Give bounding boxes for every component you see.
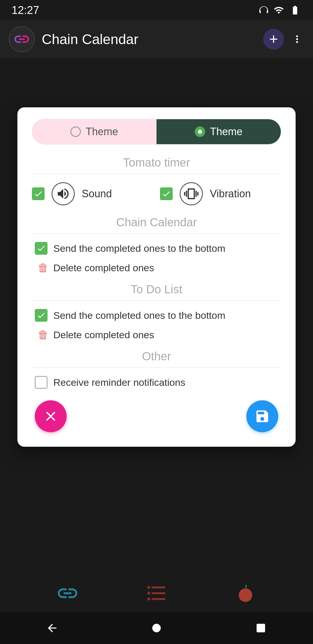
home-nav-button[interactable] <box>148 619 165 637</box>
add-icon <box>267 33 280 46</box>
vibration-icon <box>184 187 199 201</box>
vibration-label: Vibration <box>210 188 281 200</box>
app-title: Chain Calendar <box>42 31 256 47</box>
vibration-checkbox[interactable] <box>160 187 173 200</box>
app-bar: Chain Calendar <box>0 20 313 58</box>
chain-send-bottom-row: Send the completed ones to the bottom <box>32 242 281 255</box>
notifications-checkbox[interactable] <box>35 376 48 389</box>
recents-icon <box>254 622 267 634</box>
status-bar: 12:27 <box>0 0 313 20</box>
theme-toggle-row: Theme Theme <box>32 119 281 144</box>
chain-icon <box>56 582 79 605</box>
todo-send-bottom-row: Send the completed ones to the bottom <box>32 309 281 322</box>
headphone-icon <box>259 5 269 15</box>
back-icon <box>46 622 59 634</box>
nav-bar <box>0 612 313 644</box>
todo-delete-row[interactable]: 🗑 Delete completed ones <box>32 329 281 341</box>
notifications-row: Receive reminder notifications <box>32 376 281 389</box>
sound-label: Sound <box>82 188 153 200</box>
other-section: Other Receive reminder notifications <box>32 350 281 389</box>
other-divider <box>32 368 281 368</box>
checklist-icon <box>145 582 168 605</box>
chain-delete-icon: 🗑 <box>38 262 49 274</box>
theme-dark-label: Theme <box>210 126 242 138</box>
tomato-timer-divider <box>32 174 281 174</box>
chain-send-bottom-checkbox[interactable] <box>35 242 48 255</box>
todo-title: To Do List <box>32 283 281 296</box>
notifications-label: Receive reminder notifications <box>53 377 185 388</box>
todo-list-section: To Do List Send the completed ones to th… <box>32 283 281 341</box>
sound-vibration-row: Sound Vibration <box>32 182 281 205</box>
menu-button[interactable] <box>290 32 304 46</box>
save-button[interactable] <box>246 400 278 432</box>
todo-delete-label: Delete completed ones <box>53 329 154 341</box>
svg-point-0 <box>239 588 252 602</box>
checklist-bottom-icon[interactable] <box>143 580 170 606</box>
app-bar-actions <box>263 29 304 50</box>
add-button[interactable] <box>263 29 284 50</box>
tomato-timer-section: Tomato timer Sound Vibration <box>32 156 281 205</box>
cancel-icon <box>43 408 59 424</box>
cancel-button[interactable] <box>35 400 67 432</box>
dialog-buttons <box>32 400 281 432</box>
save-icon <box>254 408 270 424</box>
back-nav-button[interactable] <box>43 619 61 637</box>
home-icon <box>150 622 163 634</box>
recents-nav-button[interactable] <box>252 619 270 637</box>
settings-dialog: Theme Theme Tomato timer Sound Vibrat <box>17 107 296 447</box>
theme-light-label: Theme <box>85 126 118 138</box>
chain-bottom-icon[interactable] <box>54 580 81 606</box>
sound-checkbox[interactable] <box>32 187 45 200</box>
theme-light-radio[interactable] <box>70 126 81 137</box>
todo-divider <box>32 301 281 301</box>
chain-calendar-divider <box>32 234 281 234</box>
sound-icon-wrap <box>52 182 75 205</box>
chain-calendar-section: Chain Calendar Send the completed ones t… <box>32 216 281 274</box>
todo-send-bottom-checkbox[interactable] <box>35 309 48 322</box>
chain-calendar-title: Chain Calendar <box>32 216 281 229</box>
other-title: Other <box>32 350 281 363</box>
more-vert-icon <box>291 33 303 45</box>
vibration-icon-wrap <box>180 182 203 205</box>
theme-dark-radio[interactable] <box>195 126 205 137</box>
svg-rect-2 <box>256 624 265 632</box>
chain-logo-icon <box>13 30 30 48</box>
todo-delete-icon: 🗑 <box>38 329 49 341</box>
vibration-checkmark-icon <box>162 189 171 198</box>
sound-icon <box>56 187 70 201</box>
chain-send-bottom-label: Send the completed ones to the bottom <box>53 243 225 254</box>
tomato-bottom-icon[interactable] <box>232 580 259 606</box>
tomato-icon <box>234 582 257 605</box>
svg-point-1 <box>152 624 161 632</box>
battery-icon <box>289 5 301 15</box>
bottom-icons-area <box>0 580 313 606</box>
status-time: 12:27 <box>12 4 39 17</box>
status-icons <box>259 5 301 15</box>
todo-send-bottom-label: Send the completed ones to the bottom <box>53 310 225 321</box>
theme-light-option[interactable]: Theme <box>32 119 156 144</box>
chain-delete-label: Delete completed ones <box>53 262 154 274</box>
chain-checkmark-icon <box>37 244 46 253</box>
checkmark-icon <box>34 189 43 198</box>
chain-delete-row[interactable]: 🗑 Delete completed ones <box>32 262 281 274</box>
tomato-timer-title: Tomato timer <box>32 156 281 169</box>
signal-icon <box>274 5 284 15</box>
theme-dark-option[interactable]: Theme <box>156 119 281 144</box>
app-logo <box>9 26 35 52</box>
todo-checkmark-icon <box>37 311 46 320</box>
